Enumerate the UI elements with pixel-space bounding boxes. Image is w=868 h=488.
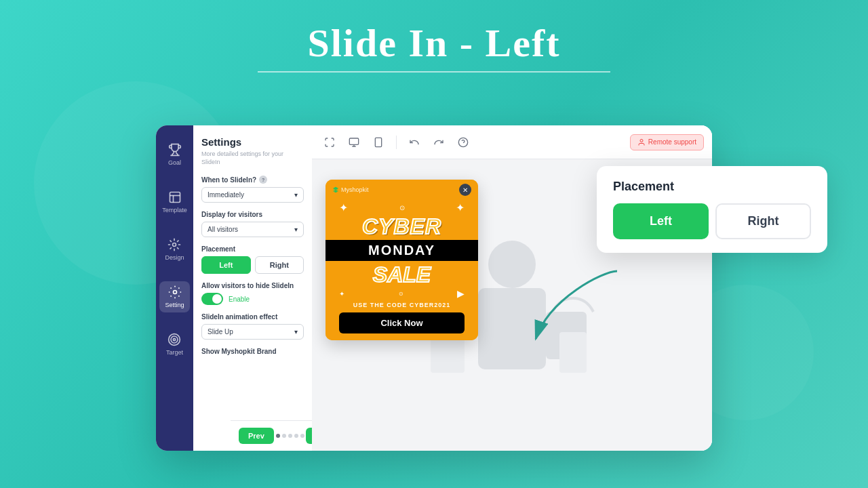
step-dots — [276, 434, 304, 438]
svg-point-10 — [488, 241, 536, 288]
popup-header: Myshopkit ✕ — [326, 180, 478, 196]
dot-3 — [288, 434, 292, 438]
toolbar-divider — [396, 136, 397, 149]
toggle-row: Enable — [201, 293, 304, 305]
sidebar: Goal Template Design Setting — [156, 125, 193, 451]
popup-sale-text: SALE — [339, 264, 465, 285]
help-circle-icon[interactable] — [454, 133, 473, 152]
when-to-slidein-select[interactable]: Immediately ▾ — [201, 187, 304, 203]
svg-point-2 — [173, 291, 176, 294]
expand-icon[interactable] — [320, 133, 339, 152]
popup-promo-code: USE THE CODE CYBER2021 — [339, 302, 465, 308]
dot-5 — [300, 434, 304, 438]
slidein-popup: Myshopkit ✕ ✦ ⊙ ✦ CYBER M — [326, 180, 478, 340]
enable-label: Enable — [229, 296, 250, 303]
popup-brand: Myshopkit — [332, 186, 369, 193]
svg-point-4 — [171, 336, 178, 343]
display-visitors-label: Display for visitors — [201, 211, 304, 218]
placement-right-button[interactable]: Right — [255, 256, 304, 274]
allow-hide-label: Allow visitors to hide SlideIn — [201, 282, 304, 289]
settings-subtitle: More detailed settings for your SlideIn — [201, 150, 304, 166]
placement-left-button[interactable]: Left — [201, 256, 251, 274]
popup-cta-button[interactable]: Click Now — [339, 312, 465, 333]
animation-label: SlideIn animation effect — [201, 313, 304, 321]
dot-4 — [294, 434, 298, 438]
desktop-icon[interactable] — [344, 133, 363, 152]
sidebar-item-goal[interactable]: Goal — [163, 139, 187, 170]
svg-rect-6 — [349, 138, 358, 144]
chevron-down-icon-animation: ▾ — [294, 328, 298, 336]
placement-card: Placement Left Right — [597, 166, 827, 253]
when-to-slidein-label: When to SlideIn? ? — [201, 176, 304, 184]
popup-close-button[interactable]: ✕ — [459, 184, 471, 196]
allow-hide-toggle[interactable] — [201, 293, 223, 305]
display-visitors-select[interactable]: All visitors ▾ — [201, 222, 304, 237]
prev-button[interactable]: Prev — [239, 428, 274, 444]
help-icon[interactable]: ? — [259, 176, 267, 184]
popup-cyber-text: CYBER — [339, 216, 465, 237]
placement-card-right-button[interactable]: Right — [715, 203, 811, 239]
placement-card-buttons: Left Right — [613, 203, 811, 239]
popup-monday-text: MONDAY — [326, 240, 478, 261]
svg-rect-11 — [478, 288, 546, 369]
svg-point-5 — [174, 338, 176, 340]
settings-scroll-area: Settings More detailed settings for your… — [193, 125, 312, 451]
preview-toolbar: Remote support — [312, 125, 712, 159]
settings-panel: Settings More detailed settings for your… — [193, 125, 312, 451]
remote-support-button[interactable]: Remote support — [630, 134, 704, 150]
sidebar-item-target[interactable]: Target — [161, 329, 189, 360]
settings-title: Settings — [201, 136, 304, 148]
svg-rect-7 — [375, 138, 381, 146]
dot-1 — [276, 434, 280, 438]
placement-label: Placement — [201, 245, 304, 253]
placement-card-left-button[interactable]: Left — [613, 203, 709, 239]
chevron-down-icon-visitors: ▾ — [294, 226, 298, 233]
svg-point-1 — [173, 243, 176, 247]
svg-point-9 — [640, 139, 643, 142]
mobile-icon[interactable] — [369, 133, 388, 152]
placement-card-title: Placement — [613, 180, 811, 194]
svg-rect-14 — [559, 332, 587, 373]
page-title: Slide In - Left — [0, 0, 868, 73]
popup-body: ✦ ⊙ ✦ CYBER MONDAY SALE ✦ ⊙ ▶ — [326, 196, 478, 340]
placement-toggle: Left Right — [201, 256, 304, 274]
animation-select[interactable]: Slide Up ▾ — [201, 324, 304, 340]
undo-icon[interactable] — [405, 133, 424, 152]
dot-2 — [282, 434, 286, 438]
redo-icon[interactable] — [429, 133, 448, 152]
title-underline — [258, 71, 610, 73]
sidebar-item-setting[interactable]: Setting — [159, 281, 189, 312]
sidebar-item-template[interactable]: Template — [157, 186, 193, 218]
chevron-down-icon: ▾ — [294, 191, 298, 199]
svg-rect-0 — [170, 192, 180, 203]
show-brand-label: Show Myshopkit Brand — [201, 348, 304, 355]
sidebar-item-design[interactable]: Design — [159, 234, 189, 265]
